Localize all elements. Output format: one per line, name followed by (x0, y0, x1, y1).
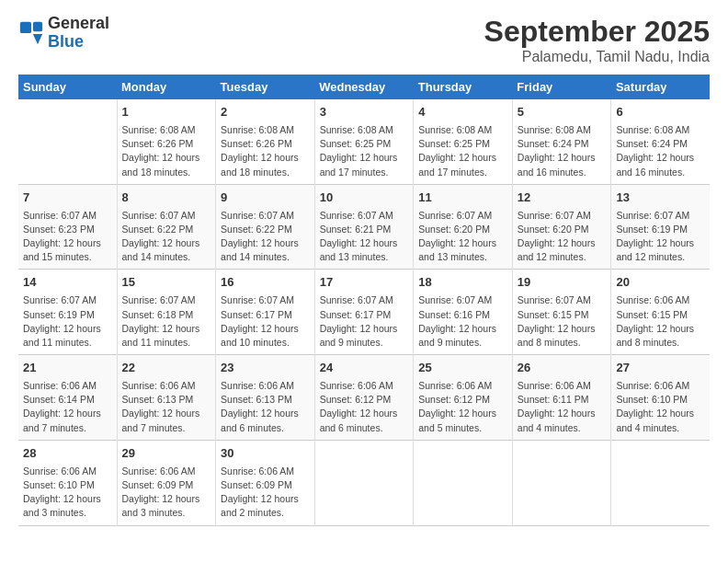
day-info: Sunrise: 6:06 AMSunset: 6:09 PMDaylight:… (122, 465, 211, 521)
day-number: 22 (122, 360, 211, 377)
calendar-cell: 2Sunrise: 6:08 AMSunset: 6:26 PMDaylight… (216, 99, 315, 184)
day-number: 12 (518, 190, 607, 207)
day-number: 9 (221, 190, 310, 207)
header-wednesday: Wednesday (314, 75, 414, 99)
calendar-cell: 14Sunrise: 6:07 AMSunset: 6:19 PMDayligh… (18, 270, 117, 355)
header-sunday: Sunday (18, 75, 117, 99)
calendar-cell (611, 440, 710, 525)
title-block: September 2025 Palamedu, Tamil Nadu, Ind… (484, 15, 710, 65)
svg-marker-2 (33, 34, 42, 44)
day-number: 16 (221, 274, 310, 292)
calendar-cell: 20Sunrise: 6:06 AMSunset: 6:15 PMDayligh… (611, 270, 710, 355)
calendar-cell: 21Sunrise: 6:06 AMSunset: 6:14 PMDayligh… (18, 355, 117, 441)
day-number: 27 (616, 360, 705, 377)
day-number: 7 (23, 190, 112, 207)
day-number: 1 (122, 104, 211, 121)
day-info: Sunrise: 6:06 AMSunset: 6:12 PMDaylight:… (418, 379, 507, 435)
calendar-cell (512, 440, 611, 525)
calendar-cell: 12Sunrise: 6:07 AMSunset: 6:20 PMDayligh… (512, 184, 611, 270)
calendar-cell: 3Sunrise: 6:08 AMSunset: 6:25 PMDaylight… (314, 99, 414, 184)
calendar-cell: 16Sunrise: 6:07 AMSunset: 6:17 PMDayligh… (216, 270, 315, 355)
header-friday: Friday (512, 75, 611, 99)
calendar-cell: 10Sunrise: 6:07 AMSunset: 6:21 PMDayligh… (314, 184, 414, 270)
header-tuesday: Tuesday (216, 75, 315, 99)
day-info: Sunrise: 6:08 AMSunset: 6:25 PMDaylight:… (320, 123, 409, 179)
day-info: Sunrise: 6:07 AMSunset: 6:20 PMDaylight:… (418, 209, 507, 265)
day-info: Sunrise: 6:07 AMSunset: 6:22 PMDaylight:… (221, 209, 310, 265)
day-info: Sunrise: 6:08 AMSunset: 6:26 PMDaylight:… (122, 123, 211, 179)
svg-rect-0 (20, 22, 31, 33)
day-info: Sunrise: 6:07 AMSunset: 6:17 PMDaylight:… (221, 293, 310, 350)
day-number: 28 (23, 445, 112, 463)
calendar-title: September 2025 (484, 15, 710, 49)
day-number: 24 (320, 360, 409, 377)
svg-rect-1 (33, 22, 42, 31)
calendar-cell: 25Sunrise: 6:06 AMSunset: 6:12 PMDayligh… (414, 355, 513, 441)
week-row-2: 7Sunrise: 6:07 AMSunset: 6:23 PMDaylight… (18, 184, 710, 270)
calendar-cell: 17Sunrise: 6:07 AMSunset: 6:17 PMDayligh… (314, 270, 414, 355)
header-saturday: Saturday (611, 75, 710, 99)
calendar-cell: 18Sunrise: 6:07 AMSunset: 6:16 PMDayligh… (414, 270, 513, 355)
day-info: Sunrise: 6:06 AMSunset: 6:14 PMDaylight:… (23, 379, 112, 435)
calendar-cell (18, 99, 117, 184)
day-number: 21 (23, 360, 112, 377)
calendar-cell: 6Sunrise: 6:08 AMSunset: 6:24 PMDaylight… (611, 99, 710, 184)
calendar-cell: 1Sunrise: 6:08 AMSunset: 6:26 PMDaylight… (117, 99, 216, 184)
day-info: Sunrise: 6:06 AMSunset: 6:10 PMDaylight:… (616, 379, 705, 435)
calendar-cell: 9Sunrise: 6:07 AMSunset: 6:22 PMDaylight… (216, 184, 315, 270)
day-info: Sunrise: 6:06 AMSunset: 6:09 PMDaylight:… (221, 465, 310, 521)
day-number: 6 (616, 104, 705, 121)
day-number: 10 (320, 190, 409, 207)
calendar-cell: 24Sunrise: 6:06 AMSunset: 6:12 PMDayligh… (314, 355, 414, 441)
calendar-cell: 27Sunrise: 6:06 AMSunset: 6:10 PMDayligh… (611, 355, 710, 441)
calendar-cell: 28Sunrise: 6:06 AMSunset: 6:10 PMDayligh… (18, 440, 117, 525)
week-row-4: 21Sunrise: 6:06 AMSunset: 6:14 PMDayligh… (18, 355, 710, 441)
day-info: Sunrise: 6:07 AMSunset: 6:23 PMDaylight:… (23, 209, 112, 265)
header-thursday: Thursday (414, 75, 513, 99)
day-number: 18 (418, 274, 507, 292)
day-info: Sunrise: 6:07 AMSunset: 6:19 PMDaylight:… (23, 293, 112, 350)
day-number: 8 (122, 190, 211, 207)
day-info: Sunrise: 6:06 AMSunset: 6:13 PMDaylight:… (122, 379, 211, 435)
day-info: Sunrise: 6:06 AMSunset: 6:15 PMDaylight:… (616, 293, 705, 350)
week-row-3: 14Sunrise: 6:07 AMSunset: 6:19 PMDayligh… (18, 270, 710, 355)
day-number: 25 (418, 360, 507, 377)
logo-icon (18, 20, 44, 46)
calendar-cell: 22Sunrise: 6:06 AMSunset: 6:13 PMDayligh… (117, 355, 216, 441)
day-info: Sunrise: 6:06 AMSunset: 6:13 PMDaylight:… (221, 379, 310, 435)
day-info: Sunrise: 6:07 AMSunset: 6:17 PMDaylight:… (320, 293, 409, 350)
day-number: 17 (320, 274, 409, 292)
day-number: 20 (616, 274, 705, 292)
day-number: 13 (616, 190, 705, 207)
day-number: 5 (518, 104, 607, 121)
calendar-cell: 11Sunrise: 6:07 AMSunset: 6:20 PMDayligh… (414, 184, 513, 270)
calendar-cell: 13Sunrise: 6:07 AMSunset: 6:19 PMDayligh… (611, 184, 710, 270)
week-row-5: 28Sunrise: 6:06 AMSunset: 6:10 PMDayligh… (18, 440, 710, 525)
calendar-cell: 4Sunrise: 6:08 AMSunset: 6:25 PMDaylight… (414, 99, 513, 184)
day-number: 23 (221, 360, 310, 377)
calendar-cell: 5Sunrise: 6:08 AMSunset: 6:24 PMDaylight… (512, 99, 611, 184)
header: GeneralBlue September 2025 Palamedu, Tam… (18, 15, 710, 65)
calendar-table: SundayMondayTuesdayWednesdayThursdayFrid… (18, 75, 710, 526)
header-row: SundayMondayTuesdayWednesdayThursdayFrid… (18, 75, 710, 99)
calendar-cell (314, 440, 414, 525)
logo-text: GeneralBlue (48, 15, 109, 52)
week-row-1: 1Sunrise: 6:08 AMSunset: 6:26 PMDaylight… (18, 99, 710, 184)
day-info: Sunrise: 6:08 AMSunset: 6:26 PMDaylight:… (221, 123, 310, 179)
day-info: Sunrise: 6:08 AMSunset: 6:24 PMDaylight:… (518, 123, 607, 179)
day-number: 19 (518, 274, 607, 292)
calendar-cell: 15Sunrise: 6:07 AMSunset: 6:18 PMDayligh… (117, 270, 216, 355)
calendar-cell: 26Sunrise: 6:06 AMSunset: 6:11 PMDayligh… (512, 355, 611, 441)
calendar-cell: 7Sunrise: 6:07 AMSunset: 6:23 PMDaylight… (18, 184, 117, 270)
day-number: 3 (320, 104, 409, 121)
day-info: Sunrise: 6:07 AMSunset: 6:19 PMDaylight:… (616, 209, 705, 265)
day-info: Sunrise: 6:06 AMSunset: 6:12 PMDaylight:… (320, 379, 409, 435)
calendar-cell: 23Sunrise: 6:06 AMSunset: 6:13 PMDayligh… (216, 355, 315, 441)
calendar-subtitle: Palamedu, Tamil Nadu, India (484, 49, 710, 65)
day-info: Sunrise: 6:07 AMSunset: 6:15 PMDaylight:… (518, 293, 607, 350)
day-info: Sunrise: 6:07 AMSunset: 6:18 PMDaylight:… (122, 293, 211, 350)
day-info: Sunrise: 6:07 AMSunset: 6:22 PMDaylight:… (122, 209, 211, 265)
day-info: Sunrise: 6:08 AMSunset: 6:24 PMDaylight:… (616, 123, 705, 179)
day-number: 15 (122, 274, 211, 292)
day-number: 14 (23, 274, 112, 292)
